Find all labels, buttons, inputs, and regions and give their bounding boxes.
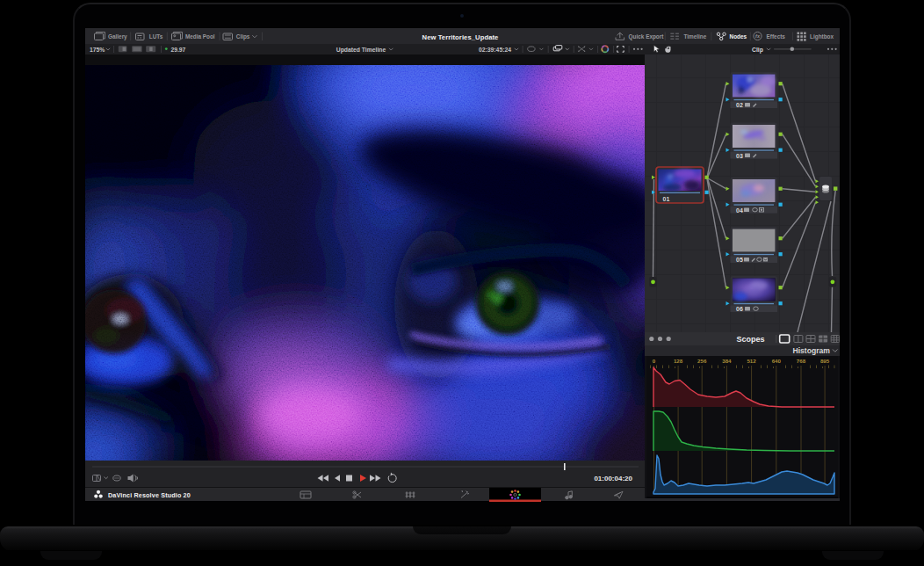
svg-text:256: 256 bbox=[697, 358, 707, 364]
svg-text:Gallery: Gallery bbox=[108, 33, 127, 40]
svg-text:Quick Export: Quick Export bbox=[629, 33, 665, 40]
svg-text:Media Pool: Media Pool bbox=[185, 33, 215, 40]
svg-text:Histogram: Histogram bbox=[793, 346, 831, 355]
svg-text:Timeline: Timeline bbox=[684, 33, 707, 40]
svg-text:128: 128 bbox=[674, 358, 683, 364]
svg-text:DaVinci Resolve Studio 20: DaVinci Resolve Studio 20 bbox=[108, 491, 191, 499]
svg-text:384: 384 bbox=[722, 358, 732, 364]
svg-text:512: 512 bbox=[747, 358, 756, 364]
svg-text:Updated Timeline: Updated Timeline bbox=[336, 47, 386, 54]
svg-text:Scopes: Scopes bbox=[737, 335, 765, 344]
svg-text:fx: fx bbox=[755, 33, 761, 39]
svg-text:02: 02 bbox=[736, 102, 743, 108]
svg-text:02:39:45:24: 02:39:45:24 bbox=[479, 47, 511, 53]
svg-text:Effects: Effects bbox=[767, 33, 786, 40]
svg-text:640: 640 bbox=[772, 358, 782, 364]
svg-text:LUTs: LUTs bbox=[149, 33, 163, 40]
svg-text:05: 05 bbox=[736, 257, 743, 263]
svg-text:06: 06 bbox=[736, 306, 743, 312]
svg-text:768: 768 bbox=[797, 358, 806, 364]
svg-text:29.97: 29.97 bbox=[170, 47, 185, 53]
svg-text:0: 0 bbox=[653, 358, 656, 364]
svg-text:Lightbox: Lightbox bbox=[810, 33, 834, 40]
svg-text:Clip: Clip bbox=[752, 47, 763, 54]
svg-text:175%: 175% bbox=[90, 47, 105, 53]
svg-text:03: 03 bbox=[736, 153, 743, 159]
svg-text:895: 895 bbox=[820, 358, 830, 364]
svg-text:01: 01 bbox=[663, 196, 670, 202]
svg-text:04: 04 bbox=[736, 207, 743, 214]
svg-text:Nodes: Nodes bbox=[730, 33, 747, 40]
svg-text:New Territories_Update: New Territories_Update bbox=[422, 33, 499, 41]
svg-text:Clips: Clips bbox=[236, 33, 250, 40]
svg-text:01:00:04:20: 01:00:04:20 bbox=[594, 475, 632, 483]
